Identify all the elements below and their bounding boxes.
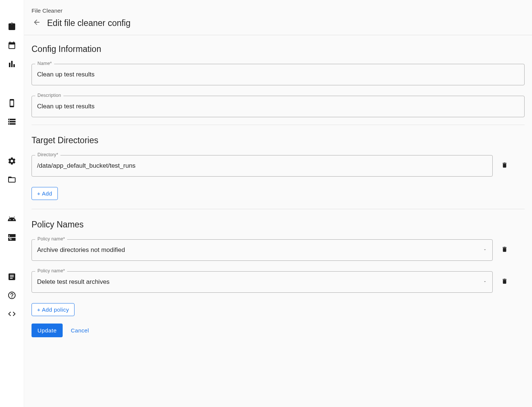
sidebar-item-code[interactable] <box>4 309 20 320</box>
policy-select-1[interactable]: Delete test result archives <box>32 271 493 293</box>
phone-icon <box>7 99 16 109</box>
policy-select-value: Delete test result archives <box>37 278 110 286</box>
add-policy-button[interactable]: + Add policy <box>32 303 75 316</box>
trash-icon <box>501 162 508 170</box>
trash-icon <box>501 278 508 286</box>
action-row: Update Cancel <box>24 320 532 348</box>
clipboard-icon <box>7 22 16 33</box>
policy-select-0[interactable]: Archive directories not modified <box>32 239 493 261</box>
android-icon <box>7 214 16 225</box>
description-label: Description <box>35 93 63 98</box>
sidebar-item-clipboard[interactable] <box>4 22 20 33</box>
cancel-button[interactable]: Cancel <box>69 324 91 337</box>
help-icon <box>7 291 16 301</box>
policy-names-title: Policy Names <box>32 220 525 230</box>
storage-icon <box>7 117 16 128</box>
activity-icon <box>7 233 16 243</box>
bar-chart-icon <box>7 59 16 70</box>
policy-select-value: Archive directories not modified <box>37 246 125 254</box>
policy-row: Policy name* Archive directories not mod… <box>32 239 525 261</box>
update-button[interactable]: Update <box>32 324 63 337</box>
breadcrumb: File Cleaner <box>32 7 525 14</box>
sidebar <box>0 0 24 407</box>
trash-icon <box>501 246 508 254</box>
policy-field-1: Policy name* Delete test result archives <box>32 271 493 293</box>
delete-directory-button[interactable] <box>499 161 510 171</box>
target-directories-title: Target Directories <box>32 135 525 145</box>
directory-field: Directory* <box>32 155 493 177</box>
directory-row: Directory* <box>32 155 525 177</box>
config-info-section: Config Information Name* Description <box>24 35 532 125</box>
main-content: File Cleaner Edit file cleaner config Co… <box>24 0 532 407</box>
gear-icon <box>7 157 16 167</box>
calendar-icon <box>7 41 16 51</box>
name-label: Name* <box>35 61 54 66</box>
description-field: Description <box>32 96 525 117</box>
sidebar-item-chart[interactable] <box>4 59 20 70</box>
page-title: Edit file cleaner config <box>47 18 130 28</box>
sidebar-item-settings[interactable] <box>4 157 20 167</box>
sidebar-item-phone[interactable] <box>4 99 20 109</box>
sidebar-item-folder[interactable] <box>4 175 20 186</box>
sidebar-item-article[interactable] <box>4 272 20 283</box>
name-field: Name* <box>32 64 525 85</box>
directory-label: Directory* <box>35 152 60 157</box>
policy-label: Policy name* <box>35 236 67 242</box>
policy-names-section: Policy Names Policy name* Archive direct… <box>24 209 532 320</box>
sidebar-item-calendar[interactable] <box>4 41 20 51</box>
delete-policy-button-0[interactable] <box>499 245 510 255</box>
policy-row: Policy name* Delete test result archives <box>32 271 525 293</box>
sidebar-item-activity[interactable] <box>4 233 20 243</box>
config-info-title: Config Information <box>32 44 525 54</box>
sidebar-item-android[interactable] <box>4 214 20 225</box>
description-input[interactable] <box>37 103 519 110</box>
policy-label: Policy name* <box>35 268 67 273</box>
target-directories-section: Target Directories Directory* + Add <box>24 125 532 204</box>
sidebar-item-storage[interactable] <box>4 117 20 128</box>
chevron-down-icon <box>483 246 487 254</box>
chevron-down-icon <box>483 278 487 286</box>
article-icon <box>7 272 16 283</box>
name-input[interactable] <box>37 71 519 78</box>
policy-field-0: Policy name* Archive directories not mod… <box>32 239 493 261</box>
delete-policy-button-1[interactable] <box>499 277 510 287</box>
back-button[interactable] <box>32 18 42 28</box>
folder-icon <box>7 175 16 186</box>
arrow-left-icon <box>33 18 41 28</box>
code-icon <box>7 309 16 320</box>
add-directory-button[interactable]: + Add <box>32 187 58 200</box>
sidebar-item-help[interactable] <box>4 291 20 301</box>
directory-input[interactable] <box>37 162 487 170</box>
